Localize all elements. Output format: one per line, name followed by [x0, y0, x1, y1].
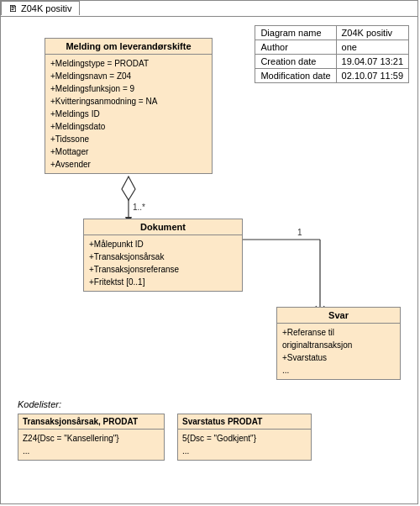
melding-attr: +Meldingsdato [50, 120, 207, 133]
info-label: Creation date [255, 55, 336, 69]
multiplicity-one-label: 1 [297, 228, 302, 237]
info-label: Diagram name [255, 26, 336, 40]
codelist-1-content: Z24{Dsc = "Kansellering"}... [18, 430, 164, 460]
tab-label[interactable]: 🖹 Z04K positiv [1, 1, 80, 15]
svar-class-box: Svar +Referanse til originaltransaksjon+… [276, 307, 401, 380]
diagram-icon: 🖹 [8, 3, 18, 13]
info-label: Author [255, 40, 336, 55]
codelist-2-item: 5{Dsc = "Godkjent"} [182, 432, 307, 445]
melding-attr: +Mottager [50, 145, 207, 158]
melding-title: Melding om leverandørskifte [45, 39, 212, 55]
info-value: Z04K positiv [336, 26, 408, 40]
melding-attr: +Meldings ID [50, 108, 207, 120]
codelist-2-box: Svarstatus PRODAT 5{Dsc = "Godkjent"}... [177, 414, 312, 461]
svar-title: Svar [277, 308, 400, 324]
codelist-1-item: Z24{Dsc = "Kansellering"} [23, 432, 160, 445]
melding-attrs: +Meldingstype = PRODAT+Meldingsnavn = Z0… [45, 55, 212, 173]
codelist-2-title: Svarstatus PRODAT [178, 414, 311, 430]
info-value: one [336, 40, 408, 55]
dokument-attrs: +Målepunkt ID+Transaksjonsårsak+Transaks… [84, 235, 242, 291]
melding-attr: +Meldingstype = PRODAT [50, 57, 207, 70]
melding-attr: +Meldingsnavn = Z04 [50, 70, 207, 82]
multiplicity-label: 1..* [133, 203, 145, 212]
dokument-title: Dokument [84, 219, 242, 235]
svg-marker-1 [122, 177, 135, 200]
melding-attr: +Meldingsfunksjon = 9 [50, 82, 207, 95]
dokument-attr: +Målepunkt ID [89, 238, 237, 250]
info-table: Diagram nameZ04K positivAuthoroneCreatio… [255, 25, 409, 83]
melding-attr: +Tidssone [50, 133, 207, 145]
svar-attr: ... [282, 364, 395, 377]
svar-attr: +Svarstatus [282, 351, 395, 364]
info-value: 02.10.07 11:59 [336, 69, 408, 83]
svar-attrs: +Referanse til originaltransaksjon+Svars… [277, 324, 400, 379]
codelist-2-item: ... [182, 445, 307, 457]
codelist-1-box: Transaksjonsårsak, PRODAT Z24{Dsc = "Kan… [18, 414, 165, 461]
svar-attr: +Referanse til originaltransaksjon [282, 326, 395, 351]
kodelister-label: Kodelister: [18, 399, 61, 409]
tab-title: Z04K positiv [21, 3, 72, 13]
dokument-class-box: Dokument +Målepunkt ID+Transaksjonsårsak… [83, 219, 243, 292]
info-label: Modification date [255, 69, 336, 83]
melding-class-box: Melding om leverandørskifte +Meldingstyp… [45, 38, 213, 174]
dokument-attr: +Transaksjonsreferanse [89, 263, 237, 276]
outer-frame: 🖹 Z04K positiv Diagram nameZ04K positivA… [0, 0, 418, 504]
dokument-attr: +Fritektst [0..1] [89, 276, 237, 288]
melding-attr: +Kvitteringsanmodning = NA [50, 95, 207, 108]
codelist-1-title: Transaksjonsårsak, PRODAT [18, 414, 164, 430]
melding-attr: +Avsender [50, 158, 207, 171]
codelist-2-content: 5{Dsc = "Godkjent"}... [178, 430, 311, 460]
dokument-attr: +Transaksjonsårsak [89, 250, 237, 263]
codelist-1-item: ... [23, 445, 160, 457]
diagram-area: Diagram nameZ04K positivAuthoroneCreatio… [1, 16, 417, 503]
info-value: 19.04.07 13:21 [336, 55, 408, 69]
